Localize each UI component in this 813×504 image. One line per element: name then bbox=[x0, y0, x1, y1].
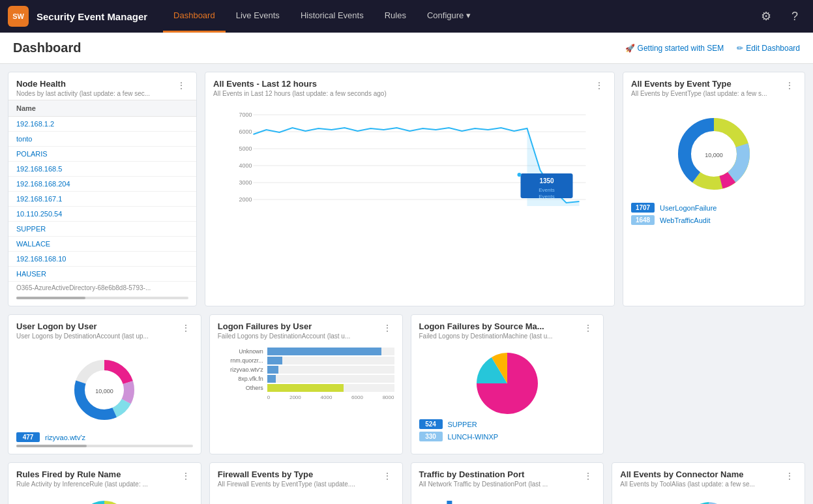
widget-events-by-type-menu[interactable]: ⋮ bbox=[782, 79, 797, 92]
nav-configure[interactable]: Configure ▾ bbox=[417, 0, 481, 33]
node-item[interactable]: WALLACE bbox=[8, 237, 196, 252]
widget-events-connector-menu[interactable]: ⋮ bbox=[782, 469, 797, 482]
widget-traffic-port: Traffic by Destination Port All Network … bbox=[411, 462, 604, 504]
node-item[interactable]: 192.168.167.1 bbox=[8, 192, 196, 207]
legend-label-lunch-winxp[interactable]: LUNCH-WINXP bbox=[448, 433, 499, 441]
getting-started-link[interactable]: 🚀 Getting started with SEM bbox=[625, 44, 724, 53]
traffic-port-chart: 4000 0 bbox=[419, 496, 596, 504]
hbar-fill bbox=[267, 375, 276, 383]
node-item[interactable]: 10.110.250.54 bbox=[8, 207, 196, 222]
widget-logon-failures-source-subtitle: Failed Logons by DestinationMachine (las… bbox=[419, 333, 553, 340]
widget-user-logon-header: User Logon by User User Logons by Destin… bbox=[8, 315, 201, 342]
svg-text:10,000: 10,000 bbox=[96, 388, 114, 394]
node-item-truncated[interactable]: O365-AzureActiveDirectory-68e6b8d8-5793-… bbox=[8, 282, 196, 294]
page-header: Dashboard 🚀 Getting started with SEM ✏ E… bbox=[0, 33, 813, 64]
legend-row: 477 rizyvao.wtv'z bbox=[16, 432, 193, 442]
widget-logon-failures-user-header: Logon Failures by User Failed Logons by … bbox=[210, 315, 402, 342]
widget-all-events-menu[interactable]: ⋮ bbox=[592, 79, 606, 92]
xaxis-labels: 02000400060008000 bbox=[218, 394, 394, 400]
svg-text:5000: 5000 bbox=[239, 145, 252, 152]
hbar-chart: Unknown rnm.quorzr... rizyvao.wtv'z bbox=[218, 348, 394, 400]
svg-text:6000: 6000 bbox=[239, 128, 252, 135]
dashboard-row-2: User Logon by User User Logons by Destin… bbox=[8, 314, 805, 454]
hbar-track bbox=[267, 357, 394, 364]
widget-logon-failures-source-menu[interactable]: ⋮ bbox=[581, 321, 595, 334]
events-connector-pie-svg bbox=[673, 496, 745, 504]
logon-failures-source-pie bbox=[419, 348, 596, 419]
svg-point-17 bbox=[518, 173, 522, 177]
logon-failures-source-legend: 524 SUPPER 330 LUNCH-WINXP bbox=[419, 419, 596, 441]
node-item[interactable]: 192.168.168.204 bbox=[8, 177, 196, 192]
help-icon[interactable]: ? bbox=[784, 6, 805, 27]
nav-rules[interactable]: Rules bbox=[374, 0, 417, 33]
legend-badge-1707: 1707 bbox=[631, 203, 655, 213]
node-list-header: Name bbox=[8, 100, 196, 117]
nav-dashboard[interactable]: Dashboard bbox=[163, 0, 226, 33]
node-scroll-thumb bbox=[16, 297, 85, 299]
widget-traffic-port-menu[interactable]: ⋮ bbox=[581, 469, 595, 482]
widget-firewall-events-menu[interactable]: ⋮ bbox=[380, 469, 394, 482]
widget-logon-failures-user-menu[interactable]: ⋮ bbox=[380, 321, 394, 334]
widget-logon-failures-source: Logon Failures by Source Ma... Failed Lo… bbox=[411, 314, 604, 454]
nav-live-events[interactable]: Live Events bbox=[226, 0, 290, 33]
legend-label-webtrafficaudit[interactable]: WebTrafficAudit bbox=[660, 216, 710, 224]
settings-icon[interactable]: ⚙ bbox=[756, 6, 776, 27]
widget-all-events-subtitle: All Events in Last 12 hours (last update… bbox=[213, 90, 387, 97]
widget-rules-fired-header: Rules Fired by Rule Name Rule Activity b… bbox=[8, 463, 201, 490]
svg-text:3000: 3000 bbox=[239, 179, 252, 186]
events-connector-pie bbox=[620, 496, 797, 504]
hbar-label: 8xp.vfk.fn bbox=[218, 376, 263, 382]
widget-logon-failures-user-body: Unknown rnm.quorzr... rizyvao.wtv'z bbox=[210, 342, 402, 407]
widget-all-events-body: 7000 6000 5000 4000 3000 2000 bbox=[205, 100, 614, 216]
page-actions: 🚀 Getting started with SEM ✏ Edit Dashbo… bbox=[625, 44, 800, 53]
user-logon-donut-svg: 10,000 bbox=[68, 354, 140, 426]
node-item[interactable]: SUPPER bbox=[8, 222, 196, 237]
user-logon-donut: 10,000 bbox=[16, 348, 193, 432]
widget-node-health-title: Node Health bbox=[16, 79, 150, 89]
hbar-rnm: rnm.quorzr... bbox=[218, 357, 394, 364]
widget-user-logon: User Logon by User User Logons by Destin… bbox=[8, 314, 201, 454]
rules-fired-pie-svg bbox=[68, 496, 140, 504]
widget-firewall-events-title: Firewall Events by Type bbox=[218, 469, 355, 479]
node-item[interactable]: 192.168.168.10 bbox=[8, 252, 196, 267]
widget-node-health: Node Health Nodes by last activity (last… bbox=[8, 72, 197, 306]
widget-events-by-type-subtitle: All Events by EventType (last update: a … bbox=[631, 90, 767, 97]
node-item[interactable]: tonto bbox=[8, 132, 196, 147]
node-item[interactable]: POLARIS bbox=[8, 147, 196, 162]
widget-logon-failures-user: Logon Failures by User Failed Logons by … bbox=[209, 314, 403, 454]
node-item[interactable]: 192.168.168.5 bbox=[8, 162, 196, 177]
node-item[interactable]: 192.168.1.2 bbox=[8, 117, 196, 132]
node-item[interactable]: HAUSER bbox=[8, 267, 196, 282]
donut-chart-svg: 10,000 bbox=[672, 111, 756, 196]
hbar-label: rnm.quorzr... bbox=[218, 357, 263, 364]
rules-fired-pie bbox=[16, 496, 193, 504]
widget-rules-fired-menu[interactable]: ⋮ bbox=[179, 469, 193, 482]
widget-user-logon-title: User Logon by User bbox=[16, 321, 149, 331]
legend-label-userlogonfailure[interactable]: UserLogonFailure bbox=[660, 204, 717, 212]
svg-text:10,000: 10,000 bbox=[705, 152, 723, 158]
legend-label-supper[interactable]: SUPPER bbox=[448, 421, 477, 428]
hbar-track bbox=[267, 366, 394, 374]
widget-events-connector: All Events by Connector Name All Events … bbox=[612, 462, 805, 504]
hbar-fill bbox=[267, 357, 282, 364]
widget-user-logon-menu[interactable]: ⋮ bbox=[179, 321, 193, 334]
widget-node-health-header: Node Health Nodes by last activity (last… bbox=[8, 72, 196, 100]
widget-all-events-title: All Events - Last 12 hours bbox=[213, 79, 387, 89]
svg-text:2000: 2000 bbox=[239, 196, 252, 203]
edit-dashboard-link[interactable]: ✏ Edit Dashboard bbox=[737, 44, 800, 53]
hbar-track bbox=[267, 375, 394, 383]
events-by-type-donut: 10,000 bbox=[631, 105, 797, 203]
hbar-others: Others bbox=[218, 384, 394, 392]
widget-user-logon-subtitle: User Logons by DestinationAccount (last … bbox=[16, 333, 149, 340]
widget-traffic-port-body: 4000 0 bbox=[411, 490, 604, 504]
widget-logon-failures-user-subtitle: Failed Logons by DestinationAccount (las… bbox=[218, 333, 350, 340]
widget-traffic-port-header: Traffic by Destination Port All Network … bbox=[411, 463, 604, 490]
nav-historical-events[interactable]: Historical Events bbox=[290, 0, 374, 33]
widget-node-health-menu[interactable]: ⋮ bbox=[174, 79, 188, 92]
hbar-label: Others bbox=[218, 385, 263, 391]
widget-node-health-subtitle: Nodes by last activity (last update: a f… bbox=[16, 90, 150, 97]
widget-logon-failures-source-body: 524 SUPPER 330 LUNCH-WINXP bbox=[411, 342, 604, 451]
legend-label-rizyvao[interactable]: rizyvao.wtv'z bbox=[45, 434, 85, 441]
user-logon-scroll-thumb bbox=[16, 445, 87, 447]
hbar-track bbox=[267, 348, 394, 355]
